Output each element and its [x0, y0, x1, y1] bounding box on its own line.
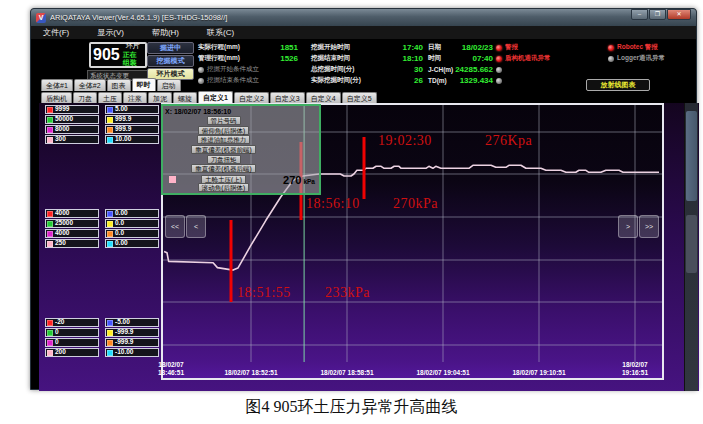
legend-value: 10.00 [115, 136, 131, 143]
tooltip-channel-button[interactable]: 垂直偏差(机器后端) [191, 164, 255, 173]
legend-entry[interactable]: 0.0 [105, 219, 159, 228]
primary-tabs: 全体#1全体#2图表即时启动 [41, 78, 181, 91]
legend-entry[interactable]: 4000 [45, 209, 99, 218]
svg-text:233kPa: 233kPa [325, 285, 370, 300]
alarm-row: 警报 [496, 42, 604, 53]
alarm-row: Logger通讯异常 [608, 53, 703, 64]
legend-entry[interactable]: 4000 [45, 229, 99, 238]
data-row: 管理行程(mm) 1526 [198, 53, 298, 64]
menu-item[interactable]: 文件(F) [43, 27, 69, 38]
legend-entry[interactable]: 999.9 [105, 115, 159, 124]
menu-item[interactable]: 帮助(H) [152, 27, 179, 38]
svg-text:18:51:55: 18:51:55 [237, 285, 291, 300]
legend-entry[interactable]: -999.9 [105, 328, 159, 337]
legend-entry[interactable]: 0.0 [105, 229, 159, 238]
chart-scroll-button[interactable]: < [186, 215, 206, 238]
menu-bar: 文件(F)显示(V)帮助(H)联系(C) [31, 26, 696, 40]
radiation-chart-button[interactable]: 放射线图表 [586, 79, 650, 91]
data-row: 实际挖掘时间(分) 26 [311, 75, 423, 86]
legend-entry[interactable]: 300 [45, 135, 99, 144]
mode-button[interactable]: 掘进中 [147, 42, 194, 54]
chart-scroll-button[interactable]: >> [639, 215, 659, 238]
alarm-led-icon [608, 45, 614, 51]
legend-entry[interactable]: 8000 [45, 125, 99, 134]
legend-entry[interactable]: 9999 [45, 105, 99, 114]
x-axis-label: 18/02/07 18:58:51 [320, 369, 373, 377]
svg-text:276Kpa: 276Kpa [485, 133, 533, 148]
menu-item[interactable]: 联系(C) [207, 27, 234, 38]
tooltip-channel-button[interactable]: 刀盘扭矩 [207, 155, 241, 164]
legend-value: 0.0 [115, 230, 124, 237]
legend-value: -5.00 [115, 319, 130, 326]
legend-entry[interactable]: 0.00 [105, 209, 159, 218]
condition-label: 挖掘开始条件成立 [207, 65, 259, 74]
data-label: 总挖掘时间(分) [311, 65, 354, 74]
legend-entry[interactable]: 200 [45, 348, 99, 357]
legend-entry[interactable]: 999.9 [105, 125, 159, 134]
tooltip-channel-button[interactable]: 管片号码 [207, 116, 241, 125]
legend-entry[interactable]: 5.00 [105, 105, 159, 114]
cursor-tooltip: X: 18/02/07 18:56:10 管片号码 俯仰角(后胴体) 推进油缸总… [161, 104, 321, 195]
tab[interactable]: 启动 [157, 79, 181, 91]
data-row: 实际行程(mm) 1851 [198, 42, 298, 53]
vertical-scrollbar[interactable] [684, 103, 698, 391]
legend-value: 999.9 [115, 126, 131, 133]
legend-value: 0 [55, 329, 59, 336]
scrollbar-thumb[interactable] [686, 111, 697, 201]
tooltip-row: 俯仰角(后胴体) [165, 126, 317, 136]
legend-value: -999.9 [115, 339, 133, 346]
legend-entry[interactable]: 10.00 [105, 135, 159, 144]
tab[interactable]: 全体#2 [74, 79, 106, 91]
tab[interactable]: 即时 [132, 78, 156, 91]
legend-value: 25000 [55, 220, 73, 227]
legend-value: 5.00 [115, 106, 128, 113]
legend-entry[interactable]: 0.00 [105, 239, 159, 248]
tooltip-channel-button[interactable]: 垂直偏差(机器前端) [191, 145, 255, 154]
legend-entry[interactable]: -999.9 [105, 338, 159, 347]
alarm-label: 盾构机通讯异常 [505, 54, 551, 63]
title-bar[interactable]: V ARiQATAYA Viewer(Ver.4.65.1.9) [ES-THD… [31, 9, 696, 26]
tooltip-channel-button[interactable]: 滚动角(后胴体) [198, 183, 249, 192]
legend-color-swatch [47, 231, 53, 237]
chart-scroll-button[interactable]: << [165, 215, 185, 238]
legend-color-swatch [107, 117, 113, 123]
condition-led-icon [198, 67, 204, 73]
legend-value: 300 [55, 136, 66, 143]
legend-entry[interactable]: 25000 [45, 219, 99, 228]
legend-entry[interactable]: 250 [45, 239, 99, 248]
tooltip-channel-button[interactable]: 俯仰角(后胴体) [198, 126, 249, 135]
chart-scroll-left-group: <<< [165, 215, 206, 238]
data-value: 24285.662 [455, 65, 493, 74]
minimize-button[interactable]: – [631, 9, 648, 20]
stroke-column: 实际行程(mm) 1851 管理行程(mm) 1526 挖掘开始条件成立 挖掘结… [198, 42, 298, 86]
legend-color-swatch [47, 350, 53, 356]
tooltip-row: 管片号码 [165, 116, 317, 126]
legend-color-swatch [47, 221, 53, 227]
maximize-button[interactable]: ❐ [649, 9, 666, 20]
tab[interactable]: 图表 [107, 79, 131, 91]
scrollbar-thumb[interactable] [686, 215, 697, 273]
mode-button[interactable]: 挖掘模式 [147, 55, 194, 67]
legend-entry[interactable]: -5.00 [105, 318, 159, 327]
data-value: 1851 [280, 43, 298, 52]
legend-value: -999.9 [115, 329, 133, 336]
legend-entry[interactable]: -10.00 [105, 348, 159, 357]
chart-scroll-button[interactable]: > [618, 215, 638, 238]
svg-text:18:56:10: 18:56:10 [306, 196, 360, 211]
tooltip-channel-button[interactable]: 推进油缸总推力 [197, 135, 251, 144]
tooltip-x-value: X: 18/02/07 18:56:10 [165, 107, 317, 116]
data-row: TD(m) 1329.434 [428, 75, 493, 86]
close-button[interactable]: ✕ [667, 9, 691, 20]
legend-entry[interactable]: 50000 [45, 115, 99, 124]
x-axis-label: 18/02/0718:46:51 [158, 361, 184, 377]
app-logo-icon: V [36, 13, 46, 23]
legend-entry[interactable]: 0 [45, 338, 99, 347]
menu-item[interactable]: 显示(V) [97, 27, 124, 38]
tab[interactable]: 全体#1 [41, 79, 73, 91]
series-color-swatch [169, 176, 176, 183]
legend-value: 0.0 [115, 220, 124, 227]
alarm-led-icon [496, 67, 502, 73]
legend-entry[interactable]: 0 [45, 328, 99, 337]
legend-value: -20 [55, 319, 64, 326]
legend-entry[interactable]: -20 [45, 318, 99, 327]
